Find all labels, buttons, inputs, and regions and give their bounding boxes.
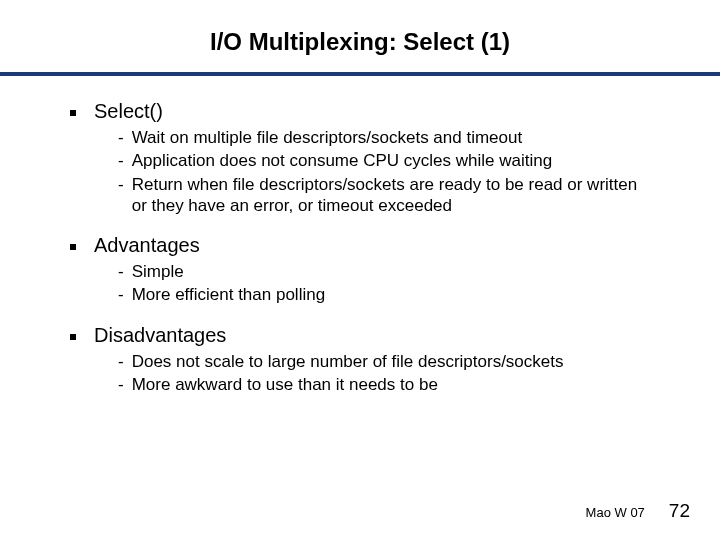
dash-icon: - <box>118 150 124 171</box>
list-item-text: Application does not consume CPU cycles … <box>132 150 650 171</box>
section-row: Select() <box>70 100 650 123</box>
list-item-text: Simple <box>132 261 650 282</box>
list-item-text: Return when file descriptors/sockets are… <box>132 174 650 217</box>
square-bullet-icon <box>70 334 76 340</box>
list-item-text: More awkward to use than it needs to be <box>132 374 650 395</box>
sub-list: -Does not scale to large number of file … <box>118 351 650 396</box>
dash-icon: - <box>118 127 124 148</box>
dash-icon: - <box>118 351 124 372</box>
slide-title: I/O Multiplexing: Select (1) <box>0 0 720 66</box>
slide-content: Select() -Wait on multiple file descript… <box>0 76 720 395</box>
dash-icon: - <box>118 174 124 195</box>
sub-list: -Simple -More efficient than polling <box>118 261 650 306</box>
footer-page-number: 72 <box>669 500 690 522</box>
list-item: -Application does not consume CPU cycles… <box>118 150 650 171</box>
list-item: -Simple <box>118 261 650 282</box>
list-item-text: Wait on multiple file descriptors/socket… <box>132 127 650 148</box>
list-item: -More efficient than polling <box>118 284 650 305</box>
list-item: -More awkward to use than it needs to be <box>118 374 650 395</box>
section-row: Advantages <box>70 234 650 257</box>
dash-icon: - <box>118 284 124 305</box>
dash-icon: - <box>118 374 124 395</box>
sub-list: -Wait on multiple file descriptors/socke… <box>118 127 650 216</box>
slide: I/O Multiplexing: Select (1) Select() -W… <box>0 0 720 540</box>
footer-author: Mao W 07 <box>586 505 645 520</box>
list-item: -Return when file descriptors/sockets ar… <box>118 174 650 217</box>
dash-icon: - <box>118 261 124 282</box>
list-item-text: Does not scale to large number of file d… <box>132 351 650 372</box>
list-item: -Does not scale to large number of file … <box>118 351 650 372</box>
slide-footer: Mao W 07 72 <box>586 500 690 522</box>
section-row: Disadvantages <box>70 324 650 347</box>
list-item-text: More efficient than polling <box>132 284 650 305</box>
square-bullet-icon <box>70 244 76 250</box>
square-bullet-icon <box>70 110 76 116</box>
section-label: Select() <box>94 100 163 123</box>
list-item: -Wait on multiple file descriptors/socke… <box>118 127 650 148</box>
section-label: Disadvantages <box>94 324 226 347</box>
section-label: Advantages <box>94 234 200 257</box>
